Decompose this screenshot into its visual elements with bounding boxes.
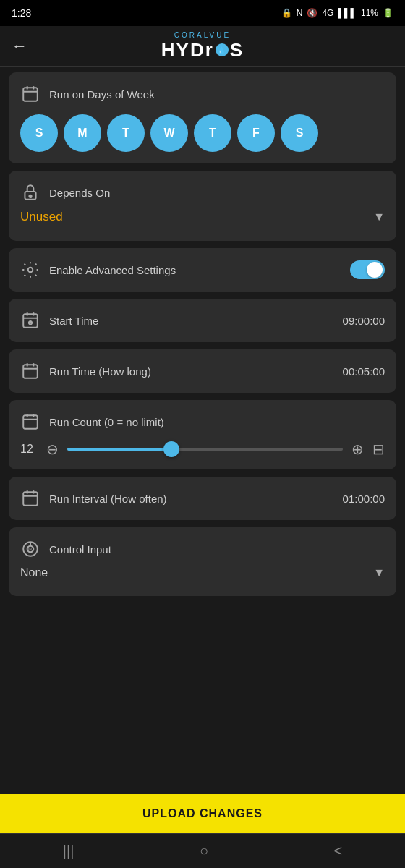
status-time: 1:28 (12, 7, 31, 19)
start-time-title: Start Time (49, 315, 98, 327)
back-button[interactable]: ← (12, 37, 27, 56)
run-time-icon (20, 361, 40, 381)
start-time-value: 09:00:00 (343, 315, 385, 327)
status-mute-icon: 🔇 (307, 8, 317, 18)
svg-point-5 (29, 195, 31, 197)
status-nfc-icon: N (297, 8, 303, 18)
brand-bottom: HYDr💧S (161, 39, 244, 61)
days-of-week-card: Run on Days of Week SMTWTFS (9, 72, 396, 163)
start-time-card[interactable]: Start Time 09:00:00 (9, 299, 396, 342)
day-button[interactable]: S (281, 114, 318, 152)
nav-back[interactable]: < (334, 843, 343, 859)
brand-top: CORALVUE (174, 31, 231, 39)
depends-title-row: Depends On (20, 182, 385, 203)
day-button[interactable]: T (194, 114, 231, 152)
status-icons: 🔒 N 🔇 4G ▌▌▌ 11% 🔋 (281, 8, 393, 18)
run-time-row: Run Time (How long) 00:05:00 (20, 361, 385, 381)
control-value: None (20, 566, 48, 579)
logo-dot: 💧 (216, 43, 229, 56)
svg-rect-22 (23, 492, 38, 505)
logo: CORALVUE HYDr💧S (161, 31, 244, 61)
run-interval-row: Run Interval (How often) 01:00:00 (20, 488, 385, 509)
advanced-settings-card: Enable Advanced Settings (9, 248, 396, 292)
advanced-settings-title: Enable Advanced Settings (49, 264, 176, 276)
decrement-button[interactable]: ⊖ (46, 441, 59, 458)
control-chevron: ▼ (373, 566, 385, 579)
depends-chevron: ▼ (373, 210, 385, 224)
run-interval-title: Run Interval (How often) (49, 493, 167, 505)
svg-rect-14 (23, 365, 38, 378)
toggle-track[interactable] (350, 260, 385, 279)
run-time-title: Run Time (How long) (49, 365, 151, 378)
gear-icon (20, 260, 40, 280)
day-button[interactable]: T (107, 114, 145, 152)
run-time-value: 00:05:00 (343, 365, 385, 378)
slider-fill (67, 448, 172, 451)
days-row: SMTWTFS (20, 114, 385, 152)
run-count-title: Run Count (0 = no limit) (49, 416, 164, 428)
status-battery: 11% (361, 8, 378, 18)
control-input-title: Control Input (49, 543, 111, 556)
control-input-title-row: IN Control Input (20, 539, 385, 559)
upload-button[interactable]: UPLOAD CHANGES (0, 794, 405, 833)
start-time-icon (20, 310, 40, 331)
calendar-icon (20, 84, 40, 104)
run-count-value: 12 (20, 443, 38, 456)
bottom-nav: ||| ○ < (0, 833, 405, 868)
slider-track[interactable] (67, 448, 343, 451)
depends-value: Unused (20, 210, 63, 224)
day-button[interactable]: S (20, 114, 58, 152)
advanced-settings-toggle[interactable] (350, 260, 385, 279)
run-count-icon (20, 412, 40, 432)
nav-recents[interactable]: ||| (63, 843, 74, 859)
increment-button[interactable]: ⊕ (351, 441, 364, 458)
status-signal-icon: 4G (322, 8, 333, 18)
status-battery-bar: 🔋 (383, 8, 393, 18)
status-bar: 1:28 🔒 N 🔇 4G ▌▌▌ 11% 🔋 (0, 0, 405, 26)
control-dropdown[interactable]: None ▼ (20, 566, 385, 584)
status-bars-icon: ▌▌▌ (338, 8, 357, 18)
day-button[interactable]: W (150, 114, 188, 152)
run-interval-card[interactable]: Run Interval (How often) 01:00:00 (9, 477, 396, 520)
nav-home[interactable]: ○ (200, 843, 208, 859)
status-battery-icon: 🔒 (281, 8, 292, 18)
control-input-card: IN Control Input None ▼ (9, 527, 396, 596)
control-input-icon: IN (20, 539, 40, 559)
run-count-card: Run Count (0 = no limit) 12 ⊖ ⊕ ⊟ (9, 400, 396, 469)
days-title-row: Run on Days of Week (20, 84, 385, 104)
run-interval-value: 01:00:00 (343, 493, 385, 505)
run-time-card[interactable]: Run Time (How long) 00:05:00 (9, 349, 396, 393)
slider-row: 12 ⊖ ⊕ ⊟ (20, 441, 385, 458)
header: ← CORALVUE HYDr💧S (0, 26, 405, 67)
run-interval-icon (20, 488, 40, 509)
split-view-icon[interactable]: ⊟ (372, 441, 385, 458)
depends-on-card: Depends On Unused ▼ (9, 171, 396, 241)
slider-thumb[interactable] (163, 441, 179, 457)
depends-dropdown[interactable]: Unused ▼ (20, 210, 385, 229)
main-content: Run on Days of Week SMTWTFS Depends On U… (0, 67, 405, 794)
svg-rect-0 (23, 88, 38, 101)
day-button[interactable]: F (237, 114, 275, 152)
days-title: Run on Days of Week (49, 88, 155, 101)
svg-rect-18 (23, 415, 38, 428)
toggle-knob (367, 262, 383, 278)
day-button[interactable]: M (64, 114, 101, 152)
svg-point-6 (28, 268, 33, 273)
start-time-row: Start Time 09:00:00 (20, 310, 385, 331)
run-count-title-row: Run Count (0 = no limit) (20, 412, 385, 432)
lock-icon (20, 182, 40, 203)
depends-title: Depends On (49, 187, 110, 199)
advanced-settings-row: Enable Advanced Settings (20, 260, 385, 280)
svg-text:IN: IN (28, 547, 33, 551)
